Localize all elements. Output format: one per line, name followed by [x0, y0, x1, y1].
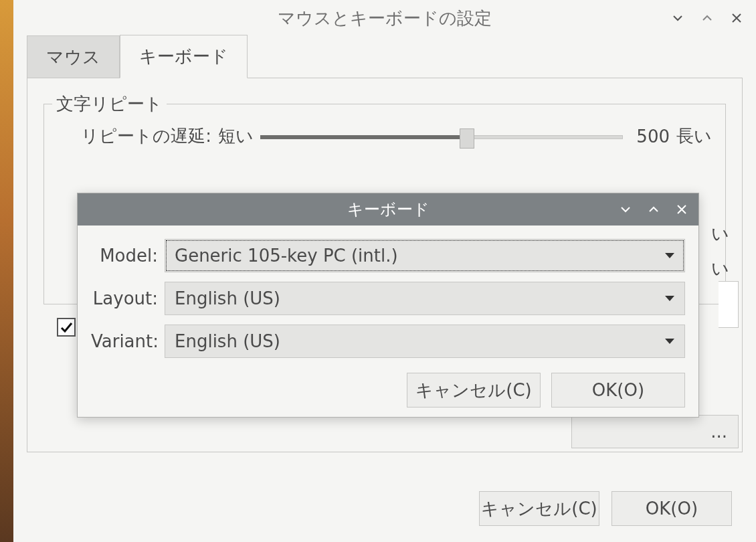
- chevron-down-icon: [664, 295, 675, 302]
- variant-value: English (US): [175, 331, 280, 351]
- dialog-body: Model: Generic 105-key PC (intl.) Layout…: [78, 225, 698, 417]
- window-ok-button[interactable]: OK(O): [611, 491, 732, 526]
- maximize-icon[interactable]: [700, 11, 715, 25]
- model-label: Model:: [91, 246, 165, 266]
- layout-value: English (US): [175, 288, 280, 308]
- beep-checkbox[interactable]: [57, 318, 76, 337]
- dialog-window-controls: [618, 193, 689, 225]
- dialog-minimize-icon[interactable]: [618, 202, 633, 217]
- obscured-textfield[interactable]: [719, 281, 739, 328]
- tab-strip: マウス キーボード: [13, 36, 756, 78]
- window-ok-label: OK(O): [646, 499, 698, 519]
- repeat-delay-short-label: 短い: [218, 124, 254, 148]
- chevron-down-icon: [664, 338, 675, 345]
- window-cancel-button[interactable]: キャンセル(C): [479, 491, 599, 526]
- repeat-delay-slider[interactable]: [260, 128, 623, 145]
- variant-combobox[interactable]: English (US): [165, 325, 685, 358]
- dialog-cancel-button[interactable]: キャンセル(C): [407, 373, 541, 408]
- dialog-titlebar: キーボード: [78, 193, 698, 225]
- model-combobox[interactable]: Generic 105-key PC (intl.): [165, 239, 685, 272]
- repeat-delay-value: 500: [630, 126, 670, 147]
- tab-mouse[interactable]: マウス: [27, 35, 120, 78]
- desktop-background-strip: [0, 0, 13, 542]
- obscured-long-2: い: [711, 257, 729, 280]
- repeat-delay-row: リピートの遅延: 短い 500 長い: [58, 124, 712, 148]
- model-value: Generic 105-key PC (intl.): [175, 246, 398, 266]
- window-titlebar: マウスとキーボードの設定: [13, 0, 756, 36]
- layout-label: Layout:: [91, 288, 165, 308]
- window-title: マウスとキーボードの設定: [278, 7, 492, 30]
- dialog-ok-label: OK(O): [592, 380, 644, 400]
- char-repeat-title: 文字リピート: [52, 92, 167, 116]
- window-button-row: キャンセル(C) OK(O): [479, 491, 732, 526]
- obscured-layout-button[interactable]: ...: [571, 415, 739, 448]
- window-controls: [670, 0, 744, 36]
- chevron-down-icon: [664, 252, 675, 259]
- repeat-delay-label: リピートの遅延:: [58, 124, 211, 148]
- dialog-ok-button[interactable]: OK(O): [551, 373, 685, 408]
- keyboard-layout-dialog: キーボード Model: Generic 105-key PC (intl.): [77, 193, 699, 418]
- dialog-button-row: キャンセル(C) OK(O): [91, 367, 685, 408]
- slider-fill: [260, 135, 460, 139]
- variant-row: Variant: English (US): [91, 325, 685, 358]
- obscured-long-1: い: [711, 222, 729, 246]
- close-icon[interactable]: [729, 11, 744, 25]
- tab-keyboard[interactable]: キーボード: [120, 35, 248, 78]
- minimize-icon[interactable]: [670, 11, 685, 25]
- dialog-title: キーボード: [347, 199, 430, 220]
- slider-thumb[interactable]: [460, 128, 474, 149]
- variant-label: Variant:: [91, 331, 165, 351]
- dialog-cancel-label: キャンセル(C): [415, 379, 531, 402]
- layout-combobox[interactable]: English (US): [165, 282, 685, 315]
- dialog-maximize-icon[interactable]: [646, 202, 661, 217]
- dialog-close-icon[interactable]: [674, 202, 689, 217]
- window-cancel-label: キャンセル(C): [481, 497, 597, 521]
- obscured-layout-button-label: ...: [711, 422, 727, 442]
- layout-row: Layout: English (US): [91, 282, 685, 315]
- model-row: Model: Generic 105-key PC (intl.): [91, 239, 685, 272]
- repeat-delay-long-label: 長い: [676, 124, 712, 148]
